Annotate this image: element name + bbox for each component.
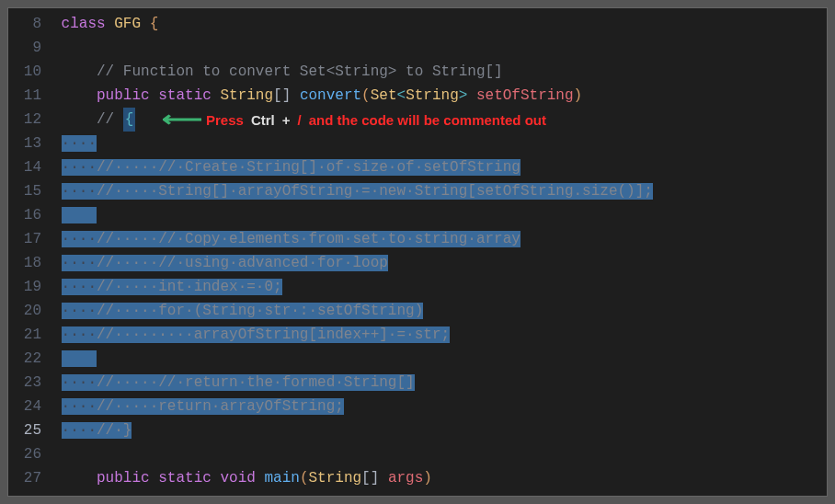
token-comment: //·····//·Create·String[]·of·size·of·set… [97,159,520,176]
token-keyword: static [158,470,212,487]
code-line[interactable]: ····//·····//·Copy·elements·from·set·to·… [52,227,827,251]
line-number: 14 [8,155,52,179]
token-ws: ···· [62,255,97,271]
line-number: 20 [8,299,52,323]
code-line[interactable]: ···· [52,132,827,155]
line-number: 15 [8,179,52,203]
token-keyword: public [97,87,150,104]
annotation-text: Ctrl [251,112,275,128]
token-comment: //·········arrayOfString[index++]·=·str; [97,326,450,343]
token-function: main [264,470,299,487]
token-comment: // [97,111,123,128]
token-comment: //·····int·index·=·0; [97,279,282,295]
code-line[interactable] [52,36,827,60]
token-keyword: class [62,16,106,32]
code-area[interactable]: ⟵ Press Ctrl + / and the code will be co… [52,8,827,496]
token-comment: //·····return·arrayOfString; [97,398,344,415]
token-punct: [] [273,87,291,104]
annotation-text: Press [206,112,244,128]
token-ws: ···· [62,159,97,176]
code-line[interactable]: ····//·····int·index·=·0; [52,275,827,299]
line-number: 24 [8,395,52,418]
line-number: 23 [8,371,52,395]
line-number: 11 [8,84,52,108]
token-type: String [220,87,273,104]
code-line[interactable]: ····//·····return·arrayOfString; [52,395,827,418]
token-op: < [397,87,406,104]
arrow-left-icon: ⟵ [162,108,203,132]
line-number: 27 [8,466,52,490]
annotation-text: and the code will be commented out [309,112,546,128]
token-var: setOfString [476,87,574,104]
code-line[interactable]: ····//·········arrayOfString[index++]·=·… [52,323,827,347]
line-number: 10 [8,60,52,84]
token-type: Set [371,87,397,104]
token-comment: //·····for·(String·str·:·setOfString) [97,303,423,319]
token-comment: //·····//·return·the·formed·String[] [97,374,415,391]
code-line[interactable]: ····//·} [52,418,827,442]
token-ws: ···· [62,303,97,319]
code-line[interactable]: ····//·····//·using·advanced·for·loop [52,251,827,275]
code-line[interactable]: ····//·····//·Create·String[]·of·size·of… [52,155,827,179]
line-number: 12 [8,108,52,132]
token-comment: // Function to convert Set<String> to St… [97,63,503,80]
line-number: 26 [8,442,52,466]
token-type: String [308,470,361,487]
token-brace: { [150,16,159,32]
code-line[interactable]: public static void main(String[] args) [52,466,827,490]
code-line[interactable]: class GFG { [52,12,827,36]
token-ws: ···· [62,231,97,247]
line-number: 17 [8,227,52,251]
code-line[interactable] [52,347,827,371]
line-number: 21 [8,323,52,347]
token-type: GFG [114,16,141,32]
line-number: 22 [8,347,52,371]
annotation-text: + [282,112,291,128]
token-comment: //·····String[]·arrayOfString·=·new·Stri… [97,183,653,200]
annotation-callout: ⟵ Press Ctrl + / and the code will be co… [167,108,546,132]
code-line[interactable]: ····//·····//·return·the·formed·String[] [52,371,827,395]
code-line[interactable]: // Function to convert Set<String> to St… [52,60,827,84]
token-ws: ···· [62,279,97,295]
annotation-text: / [297,112,301,128]
token-comment: //·} [97,422,132,439]
token-ws: ···· [62,326,97,343]
token-comment: //·····//·using·advanced·for·loop [97,255,388,271]
token-keyword: public [97,470,150,487]
code-line[interactable] [52,442,827,466]
token-ws: ···· [62,183,97,200]
token-brace: { [125,111,134,128]
token-keyword: void [220,470,255,487]
token-ws: ···· [62,374,97,391]
line-number: 25 [8,418,52,442]
code-line[interactable]: public static String[] convert(Set<Strin… [52,84,827,108]
code-editor[interactable]: 8 9 10 11 12 13 14 15 16 17 18 19 20 21 … [7,7,828,497]
token-comment: //·····//·Copy·elements·from·set·to·stri… [97,231,520,247]
token-type: String [406,87,459,104]
cursor-box: { [123,108,136,132]
code-line[interactable] [52,203,827,227]
line-number: 18 [8,251,52,275]
token-brace: ( [361,87,371,104]
line-number: 16 [8,203,52,227]
token-brace: ) [423,470,432,487]
token-op: > [459,87,468,104]
line-number: 9 [8,36,52,60]
token-ws [62,207,97,223]
token-function: convert [300,87,361,104]
token-ws: ···· [62,422,97,439]
code-line[interactable]: ····//·····for·(String·str·:·setOfString… [52,299,827,323]
token-var: args [388,470,423,487]
token-keyword: static [158,87,212,104]
token-ws: ···· [62,398,97,415]
line-number: 8 [8,12,52,36]
token-punct: [] [361,470,379,487]
token-ws: ···· [62,135,97,152]
token-ws [62,350,97,367]
line-number-gutter: 8 9 10 11 12 13 14 15 16 17 18 19 20 21 … [8,8,52,496]
code-line[interactable]: ····//·····String[]·arrayOfString·=·new·… [52,179,827,203]
line-number: 19 [8,275,52,299]
token-brace: ) [574,87,583,104]
line-number: 13 [8,132,52,155]
